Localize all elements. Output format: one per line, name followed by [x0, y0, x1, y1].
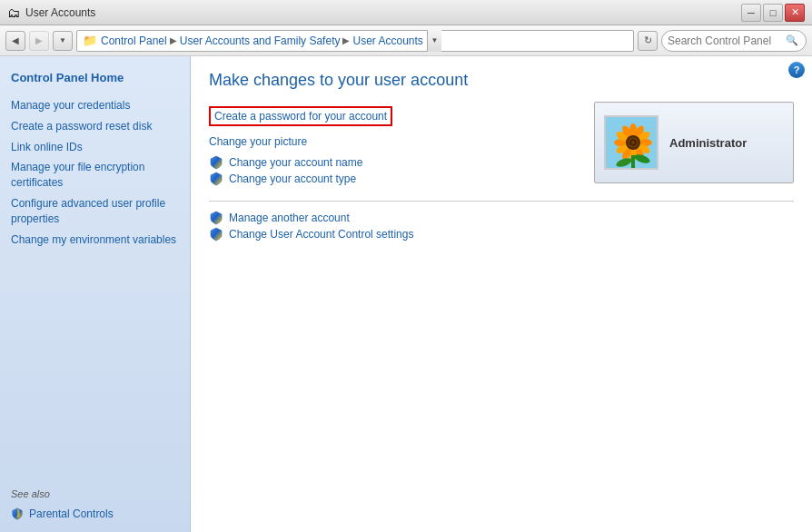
search-box: 🔍	[661, 30, 807, 52]
maximize-button[interactable]: □	[763, 4, 783, 22]
shield-icon-account-type	[209, 172, 223, 186]
shield-icon-account-name	[209, 155, 223, 170]
sidebar-link-configure-advanced[interactable]: Configure advanced user profile properti…	[0, 193, 190, 230]
svg-point-18	[634, 143, 636, 145]
svg-rect-23	[631, 155, 635, 170]
parental-controls-label: Parental Controls	[29, 507, 114, 520]
window-icon: 🗂	[7, 5, 20, 20]
svg-point-21	[629, 142, 631, 143]
svg-point-15	[630, 140, 632, 142]
change-account-name-link[interactable]: Change your account name	[229, 156, 362, 169]
create-password-label: Create a password for your account	[214, 110, 387, 123]
breadcrumb-user-accounts[interactable]: User Accounts	[352, 34, 422, 47]
breadcrumb-folder-icon: 📁	[83, 34, 97, 47]
manage-another-account-wrapper: Manage another account	[209, 211, 794, 225]
forward-button[interactable]: ▶	[29, 31, 49, 51]
sidebar-link-create-password-reset[interactable]: Create a password reset disk	[0, 116, 190, 137]
back-button[interactable]: ◀	[5, 31, 25, 51]
sidebar-home-link[interactable]: Control Panel Home	[0, 65, 190, 90]
shield-icon-manage-account	[209, 211, 223, 225]
search-icon[interactable]: 🔍	[786, 34, 798, 46]
svg-point-17	[630, 143, 632, 145]
account-card: Administrator	[594, 102, 794, 183]
sidebar-parental-controls-link[interactable]: Parental Controls	[0, 505, 190, 523]
address-bar: ◀ ▶ ▼ 📁 Control Panel ▶ User Accounts an…	[0, 25, 812, 56]
search-input[interactable]	[668, 34, 786, 47]
change-account-type-link[interactable]: Change your account type	[229, 172, 356, 185]
breadcrumb-bar: 📁 Control Panel ▶ User Accounts and Fami…	[76, 30, 634, 52]
sidebar-link-change-env-variables[interactable]: Change my environment variables	[0, 230, 190, 251]
title-bar-controls: ─ □ ✕	[741, 4, 805, 22]
breadcrumb-control-panel[interactable]: Control Panel	[101, 34, 167, 47]
breadcrumb-user-accounts-family-safety[interactable]: User Accounts and Family Safety	[180, 34, 341, 47]
avatar-image	[606, 117, 659, 170]
help-button[interactable]: ?	[788, 62, 805, 78]
svg-point-16	[634, 140, 636, 142]
svg-point-14	[628, 137, 639, 148]
sidebar-see-also-label: See also	[0, 483, 190, 505]
sidebar-link-link-online-ids[interactable]: Link online IDs	[0, 137, 190, 158]
sidebar-link-manage-file-encryption[interactable]: Manage your file encryption certificates	[0, 157, 190, 193]
secondary-links-section: Manage another account Change User Accou…	[209, 211, 794, 241]
sidebar-link-manage-credentials[interactable]: Manage your credentials	[0, 95, 190, 116]
title-bar-title: User Accounts	[25, 6, 95, 19]
sidebar-spacer	[0, 250, 190, 483]
recent-pages-button[interactable]: ▼	[53, 31, 73, 51]
content-area: ? Make changes to your user account Crea…	[191, 56, 812, 532]
minimize-button[interactable]: ─	[741, 4, 761, 22]
title-bar-left: 🗂 User Accounts	[7, 5, 95, 20]
sidebar: Control Panel Home Manage your credentia…	[0, 56, 191, 532]
change-uac-wrapper: Change User Account Control settings	[209, 227, 794, 241]
svg-point-19	[632, 139, 634, 141]
shield-icon	[11, 507, 24, 520]
manage-another-account-link[interactable]: Manage another account	[229, 212, 350, 224]
main-container: Control Panel Home Manage your credentia…	[0, 56, 812, 532]
account-name: Administrator	[669, 136, 747, 150]
account-avatar	[604, 115, 659, 170]
shield-icon-uac	[209, 227, 223, 241]
page-title: Make changes to your user account	[209, 71, 794, 90]
refresh-button[interactable]: ↻	[638, 31, 658, 51]
title-bar: 🗂 User Accounts ─ □ ✕	[0, 0, 812, 25]
create-password-link[interactable]: Create a password for your account	[209, 106, 392, 126]
svg-point-22	[635, 142, 637, 143]
svg-point-20	[632, 144, 634, 146]
close-button[interactable]: ✕	[785, 4, 805, 22]
divider	[209, 201, 794, 202]
breadcrumb-dropdown[interactable]: ▼	[427, 30, 441, 52]
change-uac-link[interactable]: Change User Account Control settings	[229, 228, 413, 241]
